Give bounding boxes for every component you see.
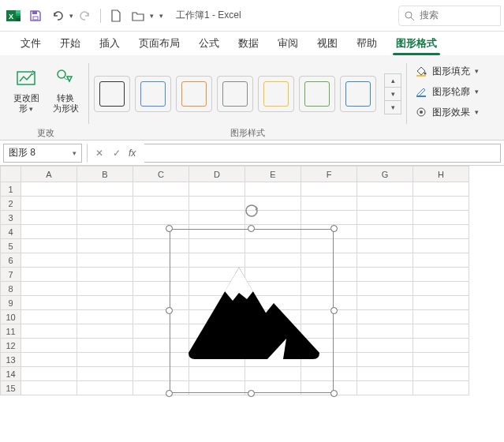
change-graphic-button[interactable]: 更改图 形 ▾	[8, 62, 44, 123]
search-icon	[404, 10, 415, 21]
qat-separator	[100, 9, 101, 23]
row-header[interactable]: 12	[1, 339, 21, 353]
new-file-button[interactable]	[106, 6, 126, 26]
save-button[interactable]	[25, 6, 46, 26]
row-header[interactable]: 4	[1, 225, 21, 239]
svg-rect-4	[16, 18, 21, 21]
style-thumb-7[interactable]	[340, 76, 376, 112]
row-header[interactable]: 3	[1, 211, 21, 225]
svg-rect-14	[416, 96, 426, 97]
tab-insert[interactable]: 插入	[90, 32, 129, 55]
svg-line-9	[411, 17, 414, 21]
formula-bar-input[interactable]	[144, 144, 501, 163]
paint-bucket-icon	[415, 65, 427, 77]
undo-button[interactable]	[47, 6, 68, 26]
style-thumb-3[interactable]	[176, 76, 212, 112]
col-header[interactable]: F	[301, 167, 357, 182]
shape-effects-button[interactable]: 图形效果▾	[412, 103, 482, 122]
group-shape-format-options: 图形填充▾ 图形轮廓▾ 图形效果▾	[407, 58, 491, 140]
row-header[interactable]: 5	[1, 239, 21, 253]
row-header[interactable]: 14	[1, 367, 21, 381]
svg-rect-6	[32, 11, 37, 14]
col-header[interactable]: H	[413, 167, 469, 182]
row-header[interactable]: 1	[1, 182, 21, 197]
tab-formulas[interactable]: 公式	[189, 32, 229, 55]
tab-review[interactable]: 审阅	[268, 32, 308, 55]
col-header[interactable]: C	[133, 167, 189, 182]
mountain-icon	[170, 229, 334, 393]
col-header[interactable]: B	[77, 167, 133, 182]
row-header[interactable]: 7	[1, 268, 21, 282]
svg-rect-1	[16, 10, 21, 13]
open-file-button[interactable]	[128, 6, 148, 26]
svg-rect-7	[33, 17, 38, 20]
svg-rect-3	[16, 16, 21, 18]
shape-fill-button[interactable]: 图形填充▾	[412, 62, 482, 81]
group-change-label: 更改	[37, 125, 54, 140]
style-thumb-5[interactable]	[258, 76, 294, 112]
style-thumb-2[interactable]	[135, 76, 171, 112]
tab-shape-format[interactable]: 图形格式	[386, 32, 446, 55]
group-change: 更改图 形 ▾ 转换 为形状 更改	[3, 58, 88, 140]
ribbon: 更改图 形 ▾ 转换 为形状 更改 ▴	[0, 55, 504, 140]
tab-data[interactable]: 数据	[229, 32, 268, 55]
tab-file[interactable]: 文件	[11, 32, 50, 55]
svg-point-17	[246, 205, 257, 216]
col-header[interactable]: D	[189, 167, 245, 182]
search-box[interactable]: 搜索	[398, 6, 501, 26]
name-box[interactable]: 图形 8 ▾	[3, 144, 82, 163]
shape-style-gallery: ▴ ▾ ▾	[94, 58, 401, 125]
row-header[interactable]: 2	[1, 197, 21, 211]
row-header[interactable]: 13	[1, 353, 21, 367]
undo-dropdown-icon[interactable]: ▾	[69, 12, 73, 20]
group-shape-styles: ▴ ▾ ▾ 图形样式	[89, 58, 406, 140]
pen-icon	[415, 85, 427, 98]
enter-formula-button[interactable]: ✓	[108, 144, 125, 163]
row-header[interactable]: 15	[1, 381, 21, 395]
spreadsheet-area: A B C D E F G H 1 2 3 4 5 6 7 8 9 10 11 …	[0, 166, 504, 395]
open-dropdown-icon[interactable]: ▾	[150, 12, 154, 20]
search-placeholder: 搜索	[420, 9, 439, 22]
style-thumb-4[interactable]	[217, 76, 253, 112]
namebox-dropdown-icon[interactable]: ▾	[73, 149, 77, 157]
qat-customize-button[interactable]: ▾	[155, 6, 166, 26]
title-bar: X ▾ ▾ ▾ 工作簿1 - Excel 搜索	[0, 0, 504, 32]
shape-outline-button[interactable]: 图形轮廓▾	[412, 82, 482, 101]
tab-page-layout[interactable]: 页面布局	[129, 32, 189, 55]
fx-label[interactable]: fx	[125, 148, 139, 159]
rotate-handle[interactable]	[245, 204, 259, 218]
document-title: 工作簿1 - Excel	[176, 9, 241, 22]
select-all-corner[interactable]	[1, 167, 21, 182]
redo-button[interactable]	[75, 6, 95, 26]
gallery-scroll-up[interactable]: ▴	[385, 74, 401, 87]
svg-rect-2	[16, 13, 21, 16]
tab-home[interactable]: 开始	[50, 32, 90, 55]
col-header[interactable]: G	[357, 167, 413, 182]
formula-bar-row: 图形 8 ▾ ✕ ✓ fx	[0, 140, 504, 166]
row-header[interactable]: 8	[1, 282, 21, 296]
effects-icon	[415, 106, 427, 118]
ribbon-tabs: 文件 开始 插入 页面布局 公式 数据 审阅 视图 帮助 图形格式	[0, 32, 504, 55]
tab-help[interactable]: 帮助	[347, 32, 386, 55]
selected-shape[interactable]	[170, 229, 334, 393]
row-header[interactable]: 10	[1, 310, 21, 324]
convert-to-shape-button[interactable]: 转换 为形状	[47, 62, 84, 123]
row-header[interactable]: 9	[1, 296, 21, 310]
quick-access-toolbar: X ▾ ▾ ▾	[3, 6, 166, 26]
tab-view[interactable]: 视图	[308, 32, 347, 55]
col-header[interactable]: E	[245, 167, 301, 182]
gallery-expand[interactable]: ▾	[385, 100, 401, 114]
group-shape-styles-label: 图形样式	[230, 125, 265, 140]
gallery-more: ▴ ▾ ▾	[384, 73, 401, 114]
svg-point-8	[405, 12, 412, 18]
style-thumb-1[interactable]	[94, 76, 130, 112]
svg-point-12	[424, 73, 427, 75]
cancel-formula-button[interactable]: ✕	[91, 144, 108, 163]
col-header[interactable]: A	[21, 167, 77, 182]
svg-rect-13	[416, 75, 426, 77]
row-header[interactable]: 11	[1, 324, 21, 339]
row-header[interactable]: 6	[1, 253, 21, 268]
style-thumb-6[interactable]	[299, 76, 335, 112]
svg-point-16	[420, 110, 423, 114]
gallery-scroll-down[interactable]: ▾	[385, 87, 401, 100]
